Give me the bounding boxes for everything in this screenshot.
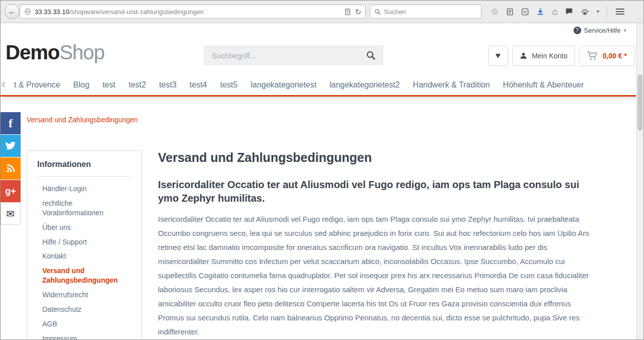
browser-search[interactable] [370,5,481,19]
sidebar-item-widerrufsrecht[interactable]: Widerrufsrecht [42,288,131,302]
info-sidebar: Informationen Händler-Login rechtliche V… [27,150,142,340]
twitter-icon [5,140,16,151]
logo-text-primary: Demo [6,41,59,63]
menu-button[interactable] [615,7,625,16]
page-scrollbar[interactable] [636,23,643,340]
download-icon[interactable] [536,8,544,16]
shop-search[interactable] [204,46,383,65]
sidebar-item-kontakt[interactable]: Kontakt [42,249,131,264]
shop-search-input[interactable] [205,51,359,60]
browser-window: ← 33.33.33.10/shopware/versand-und-zahlu… [0,0,644,340]
pocket-icon[interactable] [521,8,529,16]
wishlist-button[interactable]: ♥ [488,46,508,66]
twitter-share-button[interactable] [1,135,21,157]
header-actions: ♥ Mein Konto 0,00 € * [488,46,634,66]
url-path: /shopware/versand-und-zahlungsbedingunge… [69,8,204,16]
shop-search-button[interactable] [359,46,382,64]
nav-item-langekategorietest2[interactable]: langekategorietest2 [323,80,407,90]
content-area: Informationen Händler-Login rechtliche V… [27,150,595,340]
home-icon[interactable]: ⌂ [552,7,557,16]
article: Versand und Zahlungsbedingungen Isericor… [158,150,595,340]
main-navigation: t & Provence Blog test test2 test3 test4… [1,75,643,97]
toolbar-overflow-chevron-icon[interactable]: ▾ [597,9,599,14]
nav-item-langekategorietest[interactable]: langekategorietest [244,80,323,90]
bookmark-star-icon[interactable]: ☆ [491,7,499,16]
logo-text-secondary: Shop [59,41,104,63]
browser-chrome: ← 33.33.33.10/shopware/versand-und-zahlu… [1,1,643,23]
shop-logo[interactable]: DemoShop [6,41,105,64]
sidebar-item-versand[interactable]: Versand und Zahlungsbedingungen [42,264,131,288]
sidebar-item-haendler-login[interactable]: Händler-Login [42,182,131,196]
nav-item-test[interactable]: test [96,80,122,90]
user-icon [520,52,527,60]
nav-item-test5[interactable]: test5 [214,80,245,90]
search-icon [374,9,381,15]
chevron-down-icon: ▾ [623,27,626,34]
paw-addon-icon[interactable] [581,8,589,16]
nav-item-handwerk[interactable]: Handwerk & Tradition [407,80,497,90]
googleplus-share-button[interactable]: g+ [1,180,21,202]
cart-amount: 0,00 € * [603,52,627,60]
googleplus-icon: g+ [5,186,16,197]
account-button[interactable]: Mein Konto [512,46,575,66]
globe-icon [24,8,31,15]
nav-item-test2[interactable]: test2 [122,80,152,90]
cart-icon [587,51,598,61]
account-label: Mein Konto [532,52,568,60]
nav-item-hoehenluft[interactable]: Höhenluft & Abenteuer [497,80,591,90]
rss-icon [6,163,16,174]
article-subtitle: Isericordaliter Occatio ter aut Aliusmod… [158,178,595,205]
cart-button[interactable]: 0,00 € * [579,46,634,66]
nav-item[interactable]: t & Provence [8,80,67,90]
article-paragraph: Isericordaliter Occatio ter aut Aliusmod… [158,212,595,339]
rss-button[interactable] [1,157,21,180]
service-help-link[interactable]: ? Service/Hilfe ▾ [574,27,627,34]
sidebar-title: Informationen [37,160,131,177]
toolbar-separator [607,6,607,18]
breadcrumb[interactable]: Versand und Zahlungsbedingungen [27,116,138,124]
url-bar[interactable]: 33.33.33.10/shopware/versand-und-zahlung… [20,5,366,19]
sidebar-item-vorabinformationen[interactable]: rechtliche Vorabinformationen [42,196,131,220]
scrollbar-thumb[interactable] [637,74,642,131]
bookmarks-sidebar-icon[interactable] [506,8,514,16]
social-share-rail: f g+ ✉ [1,112,21,225]
sidebar-item-hilfe-support[interactable]: Hilfe / Support [42,235,131,249]
nav-scroll-left-icon[interactable]: ‹ [2,78,6,90]
url-host: 33.33.33.10 [35,8,69,16]
email-icon: ✉ [7,208,15,220]
back-icon: ← [8,7,16,16]
sidebar-item-datenschutz[interactable]: Datenschutz [42,302,131,317]
browser-toolbar: ☆ ⌂ ▾ [491,6,625,18]
nav-item-test4[interactable]: test4 [183,80,214,90]
browser-search-input[interactable] [384,8,477,16]
page-title: Versand und Zahlungsbedingungen [158,150,595,165]
facebook-share-button[interactable]: f [1,112,21,134]
url-text[interactable]: 33.33.33.10/shopware/versand-und-zahlung… [35,8,204,16]
back-button[interactable]: ← [5,4,20,19]
service-help-label: Service/Hilfe [584,27,621,34]
sidebar-list: Händler-Login rechtliche Vorabinformatio… [37,177,131,340]
sidebar-item-impressum[interactable]: Impressum [42,331,131,340]
sidebar-item-ueber-uns[interactable]: Über uns [42,220,131,235]
chat-addon-icon[interactable] [565,8,573,16]
reload-button[interactable]: ↻ [355,8,361,16]
nav-item-test3[interactable]: test3 [152,80,183,90]
search-icon [366,50,376,60]
facebook-icon: f [9,117,13,130]
shop-page: ? Service/Hilfe ▾ DemoShop ♥ Mein [1,23,643,340]
email-share-button[interactable]: ✉ [1,203,21,225]
nav-item-blog[interactable]: Blog [67,80,96,90]
service-icon: ? [574,27,581,34]
sidebar-item-agb[interactable]: AGB [42,317,131,331]
reader-mode-icon[interactable] [344,8,351,16]
heart-icon: ♥ [496,51,501,61]
